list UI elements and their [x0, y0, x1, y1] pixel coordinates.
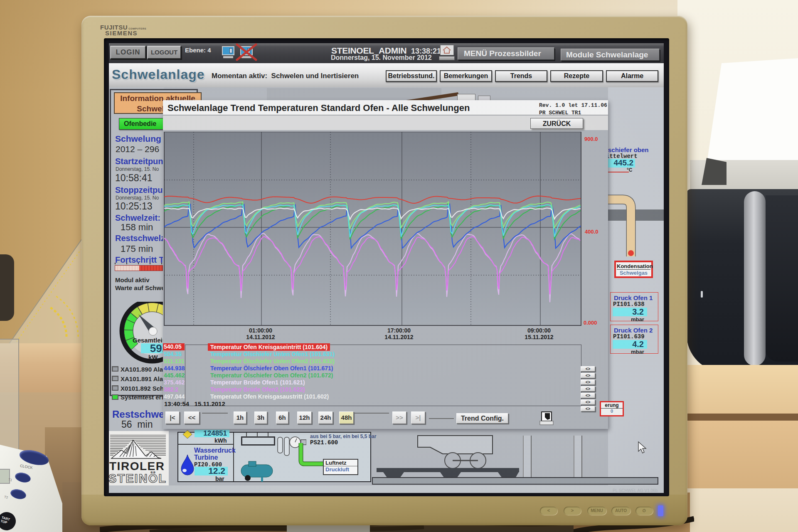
- svg-text:STEINÖL: STEINÖL: [109, 472, 166, 485]
- svg-text:TIROLER: TIROLER: [109, 460, 164, 473]
